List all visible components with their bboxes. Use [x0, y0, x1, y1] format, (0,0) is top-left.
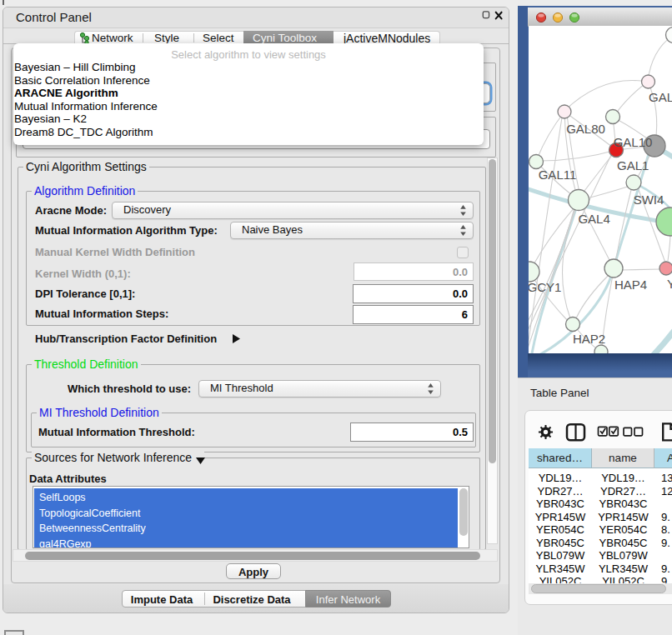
svg-text:GAL11: GAL11	[539, 168, 577, 182]
svg-text:SWI4: SWI4	[634, 192, 664, 207]
svg-text:GCY1: GCY1	[529, 280, 561, 294]
svg-text:GAL7: GAL7	[649, 90, 672, 104]
svg-text:HAP2: HAP2	[573, 332, 605, 346]
svg-text:GAL80: GAL80	[566, 122, 605, 136]
svg-text:GAL10: GAL10	[614, 135, 653, 149]
svg-text:GAL1: GAL1	[617, 158, 649, 172]
svg-text:Y: Y	[667, 277, 672, 291]
svg-text:GAL4: GAL4	[578, 212, 609, 226]
svg-text:HAP4: HAP4	[614, 278, 647, 292]
